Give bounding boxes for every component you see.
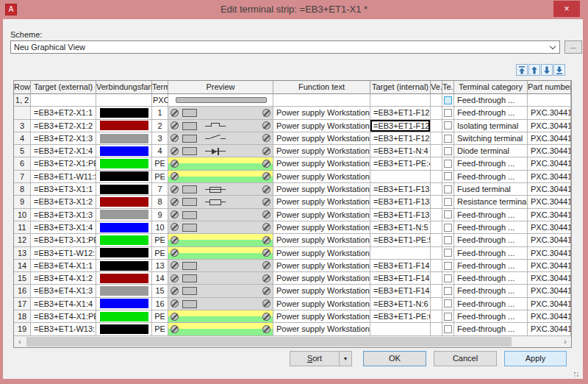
te-cell[interactable] [442, 285, 454, 297]
preview-cell[interactable] [168, 132, 273, 145]
terminal-category-cell[interactable]: Feed-through ... [454, 171, 528, 183]
te-checkbox[interactable] [444, 109, 452, 117]
te-checkbox[interactable] [444, 160, 452, 168]
ve-cell[interactable] [431, 285, 442, 297]
connection-color-cell[interactable] [96, 323, 152, 335]
target-internal-cell[interactable] [370, 247, 431, 260]
preview-cell[interactable] [168, 323, 273, 335]
part-number-cell[interactable]: PXC.3044157 [528, 234, 571, 246]
te-cell[interactable] [442, 157, 454, 170]
terminal-category-cell[interactable]: Resistance terminal [454, 196, 528, 208]
te-cell[interactable] [442, 221, 454, 234]
part-number-cell[interactable]: PXC.3044131 [528, 272, 571, 285]
move-to-top-button[interactable] [516, 64, 528, 76]
terminal-category-cell[interactable]: Feed-through ... [454, 260, 528, 272]
header-te[interactable]: Te... [442, 81, 454, 94]
te-checkbox[interactable] [444, 274, 452, 282]
ve-cell[interactable] [431, 272, 442, 285]
part-number-cell[interactable]: PXC.3044131 [528, 196, 571, 208]
connection-color-cell[interactable] [96, 120, 152, 132]
scroll-right-icon[interactable]: › [559, 336, 571, 347]
terminal-category-cell[interactable]: Feed-through ... [454, 310, 528, 323]
close-button[interactable]: × [553, 1, 580, 17]
ve-cell[interactable] [431, 107, 442, 119]
target-external-cell[interactable]: =EB3+ET2-X1:2 [31, 120, 96, 132]
ve-cell[interactable] [431, 132, 442, 145]
te-checkbox[interactable] [444, 287, 452, 295]
row-number-cell[interactable]: 6 [14, 157, 31, 170]
part-number-cell[interactable]: PXC.3044157 [528, 323, 571, 335]
function-text-cell[interactable]: Power supply Workstation 1 [273, 145, 370, 157]
terminal-designation-cell[interactable]: 14 [152, 272, 168, 285]
cancel-button[interactable]: Cancel [434, 351, 497, 366]
row-number-cell[interactable]: 4 [14, 132, 31, 145]
function-text-cell[interactable]: Power supply Workstation 2 [273, 247, 370, 260]
target-external-cell[interactable]: =EB3+ET1-W13:SH [31, 323, 96, 335]
preview-cell[interactable] [168, 120, 273, 132]
row-number-cell[interactable]: 17 [14, 298, 31, 310]
terminal-designation-cell[interactable]: PXC.... [152, 94, 168, 107]
function-text-cell[interactable] [273, 94, 370, 107]
ok-button[interactable]: OK [363, 351, 426, 366]
preview-cell[interactable] [168, 260, 273, 272]
target-external-cell[interactable]: =EB3+ET4-X1:4 [31, 298, 96, 310]
te-cell[interactable] [442, 196, 454, 208]
preview-cell[interactable] [168, 94, 273, 107]
part-number-cell[interactable]: PXC.3044157 [528, 310, 571, 323]
terminal-category-cell[interactable]: Feed-through ... [454, 272, 528, 285]
ve-cell[interactable] [431, 247, 442, 260]
part-number-cell[interactable]: PXC.3044131 [528, 132, 571, 145]
function-text-cell[interactable]: Power supply Workstation 3 [273, 272, 370, 285]
terminal-designation-cell[interactable]: 3 [152, 132, 168, 145]
row-number-cell[interactable]: 1, 2 [14, 94, 31, 107]
row-number-cell[interactable] [14, 107, 31, 119]
function-text-cell[interactable]: Power supply Workstation 2 [273, 196, 370, 208]
row-number-cell[interactable]: 13 [14, 247, 31, 260]
part-number-cell[interactable]: PXC.3044131 [528, 183, 571, 196]
ve-cell[interactable] [431, 145, 442, 157]
apply-button[interactable]: Apply [504, 351, 567, 366]
terminal-category-cell[interactable]: Feed-through ... [454, 247, 528, 260]
row-number-cell[interactable]: 19 [14, 323, 31, 335]
connection-color-cell[interactable] [96, 209, 152, 221]
terminal-category-cell[interactable]: Feed-through ... [454, 209, 528, 221]
terminal-designation-cell[interactable]: 9 [152, 209, 168, 221]
row-number-cell[interactable]: 12 [14, 234, 31, 246]
target-external-cell[interactable]: =EB3+ET3-X1:1 [31, 183, 96, 196]
target-external-cell[interactable]: =EB3+ET2-X1:PE [31, 157, 96, 170]
ve-cell[interactable] [431, 310, 442, 323]
te-cell[interactable] [442, 247, 454, 260]
preview-cell[interactable] [168, 171, 273, 183]
target-internal-cell[interactable]: =EB3+ET1-N:5 [370, 221, 431, 234]
header-row[interactable]: Row [14, 81, 31, 94]
function-text-cell[interactable]: Power supply Workstation 1 [273, 132, 370, 145]
part-number-cell[interactable]: PXC.3044157 [528, 247, 571, 260]
terminal-category-cell[interactable]: Feed-through ... [454, 157, 528, 170]
ve-cell[interactable] [431, 221, 442, 234]
terminal-designation-cell[interactable]: PE [152, 171, 168, 183]
preview-cell[interactable] [168, 234, 273, 246]
preview-cell[interactable] [168, 157, 273, 170]
part-number-cell[interactable] [528, 94, 571, 107]
row-number-cell[interactable]: 5 [14, 145, 31, 157]
target-internal-cell[interactable] [370, 323, 431, 335]
connection-color-cell[interactable] [96, 247, 152, 260]
te-checkbox[interactable] [444, 236, 452, 244]
part-number-cell[interactable]: PXC.3044131 [528, 120, 571, 132]
header-ve[interactable]: Ve... [431, 81, 442, 94]
target-external-cell[interactable]: =EB3+ET3-X1:4 [31, 221, 96, 234]
header-target-internal[interactable]: Target (internal) [370, 81, 431, 94]
terminal-designation-cell[interactable]: 10 [152, 221, 168, 234]
move-to-bottom-button[interactable] [553, 64, 565, 76]
te-checkbox[interactable] [444, 96, 452, 104]
target-external-cell[interactable]: =EB3+ET4-X1:3 [31, 285, 96, 297]
ve-cell[interactable] [431, 196, 442, 208]
terminal-category-cell[interactable]: Feed-through ... [454, 221, 528, 234]
te-checkbox[interactable] [444, 147, 452, 155]
te-cell[interactable] [442, 323, 454, 335]
te-checkbox[interactable] [444, 249, 452, 257]
preview-cell[interactable] [168, 310, 273, 323]
target-internal-cell[interactable]: =EB3+ET1-F12:6 [370, 132, 431, 145]
te-cell[interactable] [442, 107, 454, 119]
te-checkbox[interactable] [444, 262, 452, 270]
